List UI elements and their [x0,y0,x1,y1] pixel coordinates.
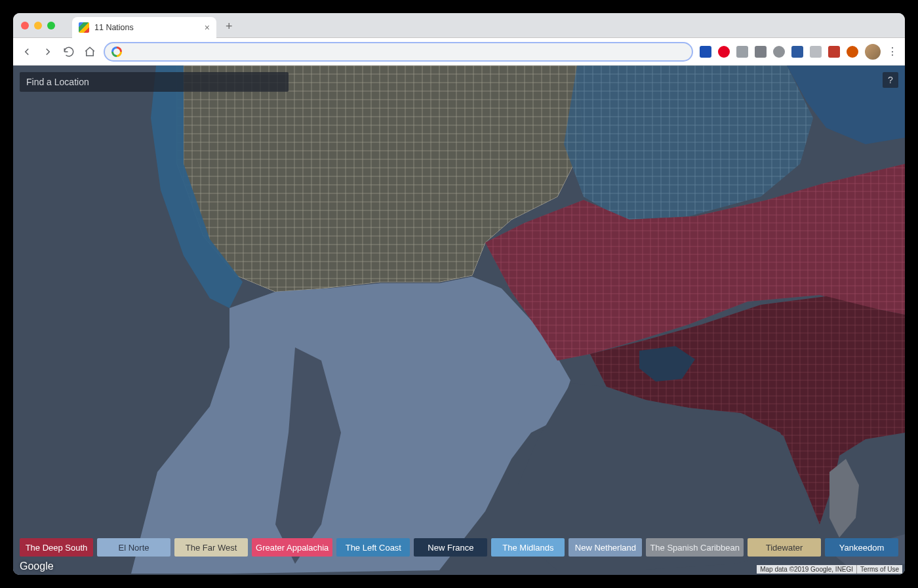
extension-icon[interactable] [810,46,822,58]
legend-item[interactable]: Greater Appalachia [252,538,332,557]
url-input[interactable] [127,47,685,57]
profile-avatar[interactable] [865,44,881,60]
toolbar: ⋮ [13,38,905,66]
legend-item-label: The Spanish Caribbean [650,543,740,553]
svg-rect-2 [13,66,905,575]
legend-item-label: New Netherland [575,543,636,553]
legend-item[interactable]: The Far West [174,538,248,557]
legend-item-label: The Deep South [26,543,88,553]
extensions-area [700,46,858,58]
reload-button[interactable] [62,45,76,59]
legend: The Deep SouthEl NorteThe Far WestGreate… [20,538,898,557]
back-button[interactable] [20,45,34,59]
tab-title: 11 Nations [94,23,134,32]
extension-icon[interactable] [700,46,711,58]
legend-item-label: The Left Coast [346,543,401,553]
legend-item-label: The Far West [186,543,237,553]
legend-item-label: Tidewater [766,543,803,553]
forward-button[interactable] [41,45,55,59]
help-button[interactable]: ? [883,72,898,88]
legend-item[interactable]: Tidewater [748,538,821,557]
extension-icon[interactable] [828,46,840,58]
location-search-input[interactable] [26,77,282,87]
attribution-data: Map data ©2019 Google, INEGI [757,565,856,574]
legend-item-label: El Norte [119,543,150,553]
terms-link[interactable]: Terms of Use [856,565,902,574]
browser-tab[interactable]: 11 Nations × [72,17,216,38]
legend-item[interactable]: El Norte [97,538,170,557]
legend-item-label: New France [428,543,473,553]
legend-item[interactable]: The Deep South [20,538,93,557]
browser-window: 11 Nations × + [13,13,905,575]
google-logo: Google [20,560,54,572]
legend-item[interactable]: The Left Coast [336,538,410,557]
legend-item-label: Yankeedom [839,543,884,553]
location-search[interactable] [20,72,289,92]
close-tab-button[interactable]: × [205,22,210,33]
legend-item[interactable]: Yankeedom [825,538,898,557]
map-viewport[interactable]: ? The Deep SouthEl NorteThe Far WestGrea… [13,66,905,575]
extension-icon[interactable] [773,46,785,58]
extension-icon[interactable] [718,46,730,58]
extension-icon[interactable] [791,46,803,58]
legend-item[interactable]: The Spanish Caribbean [646,538,744,557]
address-bar[interactable] [104,42,693,62]
map-canvas[interactable] [13,66,905,575]
legend-item-label: Greater Appalachia [256,543,329,553]
tab-favicon [79,22,89,33]
window-controls [21,22,55,29]
extension-icon[interactable] [755,46,767,58]
new-tab-button[interactable]: + [226,20,233,33]
google-icon [111,47,122,57]
extension-icon[interactable] [847,46,858,58]
legend-item[interactable]: New Netherland [569,538,642,557]
maximize-window-button[interactable] [47,22,55,29]
extension-icon[interactable] [736,46,748,58]
titlebar: 11 Nations × + [13,13,905,38]
home-button[interactable] [83,45,97,59]
legend-item[interactable]: The Midlands [491,538,565,557]
browser-menu-button[interactable]: ⋮ [887,45,898,58]
minimize-window-button[interactable] [34,22,42,29]
legend-item[interactable]: New France [414,538,487,557]
map-attribution: Map data ©2019 Google, INEGI Terms of Us… [757,565,902,574]
close-window-button[interactable] [21,22,29,29]
help-icon: ? [888,75,893,85]
legend-item-label: The Midlands [502,543,553,553]
